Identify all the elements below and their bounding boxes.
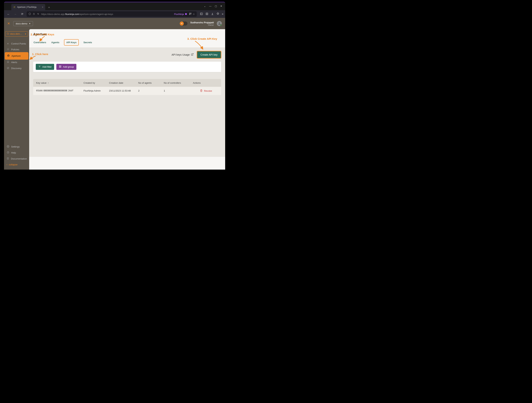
shield-icon (28, 13, 31, 16)
table-header: Key value ↑ Created by Creation date No … (33, 79, 221, 87)
api-keys-usage-link[interactable]: API keys Usage (171, 53, 194, 56)
project-dropdown[interactable]: docs-demo ▼ (13, 21, 33, 26)
svg-rect-5 (190, 13, 190, 13)
column-created-by[interactable]: Created by (83, 82, 109, 84)
user-info[interactable]: Sudhanshu Prajapati Owner (190, 21, 214, 26)
chevron-down-icon: ▼ (29, 23, 31, 25)
sidebar-item-policies[interactable]: Policies (5, 46, 28, 52)
avatar[interactable] (217, 21, 222, 26)
folder-icon (7, 32, 9, 35)
svg-rect-8 (190, 14, 191, 14)
nav-reload-icon[interactable]: ⟳ (20, 12, 25, 17)
app-close-icon[interactable]: ✕ (7, 21, 10, 26)
add-group-button[interactable]: Add group (56, 64, 76, 70)
cell-agents: 2 (138, 89, 164, 92)
cell-key-value: 05b86 XXXXXXXXXXXXXXXXX 26df (36, 89, 83, 92)
qr-icon[interactable] (189, 13, 192, 16)
sidebar-item-label: Control Points (11, 42, 26, 45)
create-api-key-button[interactable]: Create API key (197, 51, 221, 58)
lock-icon (33, 13, 35, 15)
document-icon (6, 157, 9, 160)
api-keys-table: Key value ↑ Created by Creation date No … (33, 79, 221, 95)
downloads-icon[interactable] (211, 13, 214, 16)
add-filter-label: Add filter (42, 65, 52, 68)
sidebar-item-aperture[interactable]: Aperture (5, 52, 28, 59)
new-tab-button[interactable]: + (46, 5, 52, 10)
chevron-left-icon: ‹ (6, 163, 7, 166)
svg-point-17 (8, 49, 8, 50)
page-title: Aperture (33, 32, 221, 36)
trash-icon (200, 89, 203, 92)
window-minimize-icon[interactable]: — (209, 5, 211, 7)
sidebar-project-selector[interactable]: docs-dem… ▼ (5, 31, 28, 37)
sort-asc-icon: ↑ (48, 82, 49, 84)
tab-secrets[interactable]: Secrets (83, 40, 92, 45)
svg-rect-33 (60, 66, 61, 66)
permissions-icon[interactable] (37, 13, 39, 15)
sun-icon: ☀ (180, 21, 184, 26)
user-role: Owner (190, 24, 214, 26)
window-maximize-icon[interactable]: ▢ (215, 5, 217, 7)
sidebar: docs-dem… ▼ ✕ Control Points Policies Ap… (4, 29, 29, 170)
sidebar-item-control-points[interactable]: ✕ Control Points (5, 41, 28, 46)
collapse-label: collapse (9, 163, 18, 166)
tabs-dropdown-icon[interactable]: ⌄ (204, 5, 206, 7)
nav-back-icon[interactable]: ← (6, 12, 11, 17)
app-header: ✕ docs-demo ▼ ☀ Sudhanshu Prajapati Owne… (4, 18, 225, 29)
theme-toggle[interactable]: ☀ (180, 21, 187, 26)
add-group-label: Add group (63, 65, 74, 68)
nav-forward-icon[interactable]: → (13, 12, 18, 17)
url-text: https://docs-demo.app.fluxninja.com/aper… (41, 13, 172, 15)
sidebar-item-settings[interactable]: Settings (5, 144, 28, 150)
column-actions: Actions (193, 82, 218, 84)
svg-point-4 (38, 14, 39, 14)
tab-favicon-icon: 🥷 (13, 6, 16, 8)
svg-point-19 (7, 67, 9, 69)
extensions-icon[interactable] (216, 13, 219, 16)
column-no-agents[interactable]: No of agents (138, 82, 164, 84)
filter-icon (38, 65, 41, 68)
save-page-icon[interactable] (205, 13, 208, 16)
reader-icon[interactable] (200, 13, 203, 16)
window-controls: ⌄ — ▢ ✕ (204, 2, 225, 10)
project-dropdown-label: docs-demo (16, 22, 27, 25)
extension-label[interactable]: FluxNinja (174, 13, 184, 15)
sidebar-item-help[interactable]: Help (5, 150, 28, 156)
extension-dot-icon (185, 13, 187, 15)
tab-agents[interactable]: Agents (51, 40, 60, 45)
window-close-icon[interactable]: ✕ (220, 5, 222, 7)
filter-bar: Add filter Add group (33, 62, 221, 72)
svg-rect-7 (190, 14, 190, 15)
table-row: 05b86 XXXXXXXXXXXXXXXXX 26df FluxNinja A… (33, 87, 221, 95)
help-icon (6, 151, 9, 154)
tab-api-keys[interactable]: API Keys (64, 39, 79, 45)
tab-controllers[interactable]: Controllers (33, 40, 46, 45)
tab-title: Aperture | FluxNinja (17, 6, 37, 8)
browser-nav-bar: ← → ⟳ https://docs-demo.app.fluxninja.co… (4, 10, 225, 18)
compass-icon (6, 67, 9, 70)
sidebar-item-alerts[interactable]: Alerts (5, 59, 28, 65)
cell-created-by: FluxNinja Admin (83, 89, 109, 92)
sidebar-item-documentation[interactable]: Documentation (5, 156, 28, 162)
app-menu-icon[interactable]: ≡ (222, 13, 223, 15)
bookmark-star-icon[interactable]: ☆ (193, 13, 195, 15)
sidebar-item-label: Documentation (11, 157, 27, 160)
column-creation-date[interactable]: Creation date (109, 82, 138, 84)
revoke-button[interactable]: Revoke (193, 89, 218, 92)
url-bar[interactable]: https://docs-demo.app.fluxninja.com/aper… (27, 11, 197, 17)
chevron-down-icon: ▼ (25, 33, 26, 35)
tab-close-icon[interactable]: × (42, 6, 43, 9)
sidebar-item-label: Discovery (11, 67, 21, 70)
cell-creation-date: 23/11/2023 11:53:48 (109, 89, 138, 92)
sidebar-collapse[interactable]: ‹ collapse (5, 162, 28, 167)
svg-point-18 (7, 55, 9, 57)
sidebar-item-label: Aperture (12, 55, 21, 57)
x-icon: ✕ (6, 42, 9, 45)
browser-tab[interactable]: 🥷 Aperture | FluxNinja × (11, 4, 45, 10)
sidebar-item-discovery[interactable]: Discovery (5, 65, 28, 71)
column-key-value[interactable]: Key value ↑ (36, 82, 83, 84)
column-no-controllers[interactable]: No of controllers (164, 82, 193, 84)
add-filter-button[interactable]: Add filter (36, 64, 54, 70)
svg-rect-35 (60, 67, 61, 67)
gear-icon (6, 48, 9, 51)
